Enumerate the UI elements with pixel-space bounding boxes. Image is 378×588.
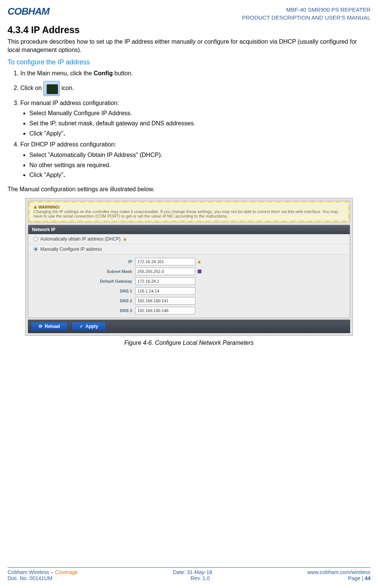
network-port-icon — [43, 81, 60, 96]
step-4-bullet-1: Select "Automatically Obtain IP Address"… — [29, 151, 370, 159]
step-4-bullet-3: Click "Apply". — [29, 171, 370, 179]
step-3-text: For manual IP address configuration: — [20, 100, 119, 106]
step-3-bullet-1: Select Manually Configure IP Address. — [29, 110, 370, 117]
doc-title-block: MBF-40 SMR900 PS REPEATER PRODUCT DESCRI… — [242, 6, 370, 21]
step-1-bold: Config — [94, 70, 113, 76]
subnet-input[interactable] — [135, 268, 195, 275]
figure-caption: Figure 4-6. Configure Local Network Para… — [8, 340, 370, 346]
network-ip-panel: Network IP Automatically obtain IP addre… — [28, 225, 350, 318]
step-2-pre: Click on — [20, 84, 42, 92]
reload-icon — [39, 324, 43, 329]
ip-warning-icon — [198, 260, 201, 263]
step-1-post: button. — [113, 70, 133, 76]
subnet-info-icon — [198, 270, 201, 273]
ip-label: IP — [34, 259, 135, 264]
gateway-label: Default Gateway — [34, 279, 135, 283]
step-4: For DHCP IP address configuration: Selec… — [20, 140, 370, 179]
footer-coverage: Coverage — [55, 569, 78, 575]
dns2-label: DNS 2 — [34, 299, 135, 303]
footer-sep: – — [49, 569, 55, 575]
radio-manual-row[interactable]: Manually Configure IP address — [28, 244, 350, 254]
footer-date: Date: 31-May-18 — [173, 569, 212, 575]
illustrated-below-text: The Manual configuration settings are il… — [8, 186, 370, 193]
doc-title-line1: MBF-40 SMR900 PS REPEATER — [242, 6, 370, 14]
dns1-input[interactable] — [135, 287, 195, 295]
steps-list: In the Main menu, click the Config butto… — [20, 69, 370, 179]
logo: COBHAM — [8, 6, 49, 17]
dns3-label: DNS 3 — [34, 308, 135, 313]
ip-input[interactable] — [135, 258, 195, 265]
subnet-label: Subnet Mask — [34, 269, 135, 274]
dns3-input[interactable] — [135, 307, 195, 314]
step-3-bullet-3: Click "Apply". — [29, 130, 370, 138]
panel-title: Network IP — [28, 225, 350, 234]
doc-title-line2: PRODUCT DESCRIPTION AND USER'S MANUAL — [242, 14, 370, 21]
intro-paragraph: This procedure describes how to set up t… — [8, 38, 370, 54]
config-screenshot: WARNING! Changing the IP settings on the… — [25, 198, 353, 336]
dns2-input[interactable] — [135, 297, 195, 305]
footer: Cobham Wireless – Coverage Date: 31-May-… — [8, 567, 370, 581]
warning-triangle-icon — [34, 205, 37, 209]
footer-url: www.cobham.com/wireless — [307, 569, 370, 575]
apply-button-label: Apply — [85, 324, 98, 329]
footer-rev: Rev. 1.0 — [191, 575, 210, 581]
step-2-post: icon. — [61, 84, 74, 92]
footer-docno: Doc. No. 00141UM — [8, 575, 52, 581]
radio-manual-icon[interactable] — [34, 247, 38, 251]
step-1: In the Main menu, click the Config butto… — [20, 69, 370, 78]
footer-page: Page | 44 — [348, 575, 370, 581]
warning-title: WARNING! — [38, 205, 60, 209]
radio-dhcp-row[interactable]: Automatically obtain IP address (DHCP) — [28, 234, 350, 244]
radio-dhcp-label: Automatically obtain IP address (DHCP) — [40, 236, 120, 242]
sub-heading: To configure the IP address — [8, 58, 370, 66]
footer-company: Cobham Wireless — [8, 569, 49, 575]
action-bar: Reload Apply — [28, 320, 350, 333]
step-2: Click on icon. — [20, 81, 370, 96]
apply-button[interactable]: Apply — [72, 322, 106, 331]
gateway-input[interactable] — [135, 277, 195, 285]
step-3: For manual IP address configuration: Sel… — [20, 99, 370, 138]
warning-small-icon — [123, 238, 127, 241]
section-heading: 4.3.4 IP Address — [8, 24, 370, 35]
step-4-text: For DHCP IP address configuration: — [20, 141, 116, 148]
reload-button[interactable]: Reload — [31, 322, 68, 331]
step-1-pre: In the Main menu, click the — [20, 70, 94, 76]
step-4-bullet-2: No other settings are required. — [29, 161, 370, 169]
dns1-label: DNS 1 — [34, 289, 135, 293]
radio-manual-label: Manually Configure IP address — [40, 247, 102, 252]
warning-box: WARNING! Changing the IP settings on the… — [28, 201, 350, 222]
reload-button-label: Reload — [45, 324, 60, 329]
step-3-bullet-2: Set the IP, subnet mask, default gateway… — [29, 120, 370, 128]
radio-dhcp-icon[interactable] — [34, 237, 38, 241]
warning-text: Changing the IP settings on the controll… — [34, 209, 344, 218]
check-icon — [79, 324, 83, 329]
